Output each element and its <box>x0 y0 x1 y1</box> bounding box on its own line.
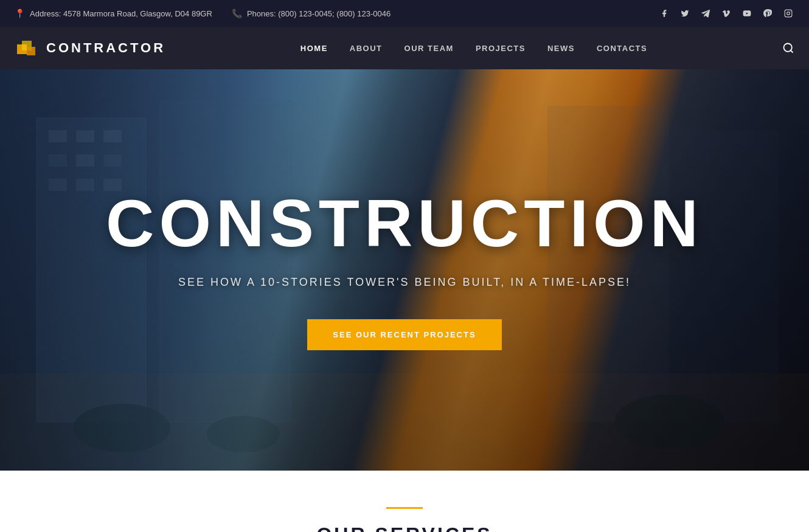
youtube-icon[interactable] <box>741 7 753 19</box>
pinterest-icon[interactable] <box>762 7 774 19</box>
nav-contacts[interactable]: CONTACTS <box>597 44 647 53</box>
services-title: OUR SERVICES <box>24 523 785 532</box>
services-divider <box>386 507 423 509</box>
nav-home[interactable]: HOME <box>300 44 328 53</box>
svg-rect-15 <box>76 154 94 167</box>
header: CONTRACTOR HOME ABOUT OUR TEAM PROJECTS … <box>0 27 809 69</box>
nav-about[interactable]: ABOUT <box>350 44 383 53</box>
twitter-icon[interactable] <box>679 7 691 19</box>
svg-point-27 <box>614 395 724 449</box>
vimeo-icon[interactable] <box>720 7 732 19</box>
hero-content: CONSTRUCTION SEE HOW A 10-STORIES TOWER'… <box>82 190 727 350</box>
phone-icon: 📞 <box>232 9 242 18</box>
svg-line-8 <box>791 50 793 53</box>
services-section: OUR SERVICES <box>0 471 809 532</box>
svg-rect-18 <box>76 179 94 191</box>
svg-rect-1 <box>785 10 792 17</box>
svg-rect-16 <box>103 154 122 167</box>
phone-item: 📞 Phones: (800) 123-0045; (800) 123-0046 <box>232 9 391 18</box>
svg-point-26 <box>207 416 280 452</box>
svg-rect-12 <box>76 130 94 142</box>
svg-rect-17 <box>49 179 67 191</box>
facebook-icon[interactable] <box>658 7 670 19</box>
hero-section: CONSTRUCTION SEE HOW A 10-STORIES TOWER'… <box>0 69 809 471</box>
svg-rect-11 <box>49 130 67 142</box>
logo[interactable]: CONTRACTOR <box>15 36 165 60</box>
social-links <box>658 7 794 19</box>
instagram-icon[interactable] <box>782 7 794 19</box>
svg-rect-13 <box>103 130 122 142</box>
topbar: 📍 Address: 4578 Marmora Road, Glasgow, D… <box>0 0 809 27</box>
search-button[interactable] <box>782 42 794 54</box>
cta-button[interactable]: SEE OUR RECENT PROJECTS <box>307 319 501 350</box>
telegram-icon[interactable] <box>700 7 712 19</box>
nav-projects[interactable]: PROJECTS <box>476 44 526 53</box>
svg-rect-6 <box>27 47 35 55</box>
nav-news[interactable]: NEWS <box>547 44 575 53</box>
hero-subtitle: SEE HOW A 10-STORIES TOWER'S BEING BUILT… <box>106 276 703 289</box>
address-item: 📍 Address: 4578 Marmora Road, Glasgow, D… <box>15 9 212 18</box>
svg-point-7 <box>784 44 792 52</box>
svg-point-2 <box>787 12 790 15</box>
nav-our-team[interactable]: OUR TEAM <box>404 44 454 53</box>
main-nav: HOME ABOUT OUR TEAM PROJECTS NEWS CONTAC… <box>300 44 647 53</box>
address-text: Address: 4578 Marmora Road, Glasgow, D04… <box>30 9 212 18</box>
phone-text: Phones: (800) 123-0045; (800) 123-0046 <box>247 9 391 18</box>
search-icon <box>782 42 794 54</box>
svg-point-25 <box>73 404 170 452</box>
svg-point-3 <box>790 11 791 12</box>
logo-text: CONTRACTOR <box>46 40 165 56</box>
svg-rect-14 <box>49 154 67 167</box>
logo-icon <box>15 36 39 60</box>
hero-title: CONSTRUCTION <box>106 190 703 257</box>
location-icon: 📍 <box>15 9 25 18</box>
topbar-contact-info: 📍 Address: 4578 Marmora Road, Glasgow, D… <box>15 9 391 18</box>
